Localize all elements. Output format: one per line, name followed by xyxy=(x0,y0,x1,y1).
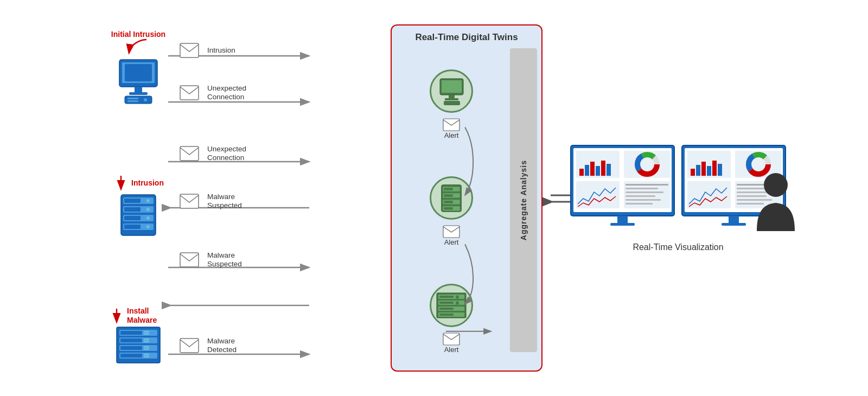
twin-circle-server xyxy=(430,176,473,220)
svg-rect-92 xyxy=(601,161,605,176)
twins-content: Alert xyxy=(396,48,537,364)
msg-intrusion: Intrusion xyxy=(179,43,251,58)
alert-2-text: Alert xyxy=(444,238,459,246)
aggregate-analysis-bar: Aggregate Analysis xyxy=(510,48,537,352)
svg-rect-90 xyxy=(590,162,595,176)
svg-rect-4 xyxy=(129,92,148,95)
svg-point-8 xyxy=(144,98,147,101)
svg-rect-129 xyxy=(737,199,772,201)
svg-rect-102 xyxy=(626,188,658,189)
svg-rect-132 xyxy=(722,223,746,226)
svg-rect-46 xyxy=(180,43,199,58)
svg-point-21 xyxy=(146,225,150,228)
viz-monitor-1 xyxy=(570,144,675,236)
svg-rect-58 xyxy=(443,119,459,131)
msg-unexpected-conn-1: UnexpectedConnection xyxy=(179,84,251,101)
svg-rect-79 xyxy=(439,308,454,310)
svg-rect-25 xyxy=(144,331,149,333)
left-panel: Initial Intrusion xyxy=(108,19,391,377)
svg-rect-117 xyxy=(718,164,722,176)
svg-rect-131 xyxy=(729,216,739,223)
viz-screens xyxy=(570,144,787,236)
svg-rect-33 xyxy=(144,346,149,348)
alert-1-text: Alert xyxy=(444,131,459,139)
svg-rect-57 xyxy=(444,101,460,105)
svg-rect-81 xyxy=(439,314,454,316)
unexpected-conn-1-text: UnexpectedConnection xyxy=(207,84,251,101)
intrusion-label: Intrusion xyxy=(113,175,164,191)
svg-rect-20 xyxy=(124,225,141,229)
svg-rect-67 xyxy=(444,207,453,210)
svg-rect-105 xyxy=(626,199,661,201)
storage-device xyxy=(114,326,163,366)
desktop-device xyxy=(114,57,163,108)
svg-rect-82 xyxy=(443,333,459,345)
svg-rect-115 xyxy=(707,166,711,176)
twin-circle-desktop xyxy=(430,69,473,113)
svg-rect-32 xyxy=(120,346,142,350)
svg-rect-30 xyxy=(144,341,149,342)
svg-rect-68 xyxy=(443,226,459,238)
malware-detected-text: MalwareDetected xyxy=(207,337,251,354)
svg-rect-116 xyxy=(712,161,717,176)
msg-unexpected-conn-2: UnexpectedConnection xyxy=(179,145,251,162)
svg-rect-50 xyxy=(180,253,199,267)
malware-suspected-2-text: MalwareSuspected xyxy=(207,251,251,269)
svg-point-18 xyxy=(146,216,150,220)
svg-rect-106 xyxy=(626,203,653,205)
svg-rect-11 xyxy=(124,199,141,203)
server-device xyxy=(117,192,160,240)
svg-rect-128 xyxy=(737,195,767,197)
svg-rect-49 xyxy=(180,194,199,208)
svg-rect-75 xyxy=(439,302,454,304)
main-container: Initial Intrusion xyxy=(0,0,868,396)
svg-rect-76 xyxy=(456,302,459,303)
svg-rect-5 xyxy=(125,96,152,104)
svg-rect-93 xyxy=(607,164,611,176)
digital-twins-title: Real-Time Digital Twins xyxy=(415,32,518,43)
svg-rect-73 xyxy=(456,297,459,298)
svg-rect-88 xyxy=(579,169,584,176)
svg-rect-36 xyxy=(120,354,142,357)
msg-malware-detected: MalwareDetected xyxy=(179,337,251,354)
visualization-section: Real-Time Visualization xyxy=(597,144,760,252)
svg-rect-6 xyxy=(127,98,138,99)
svg-rect-72 xyxy=(456,296,459,297)
svg-point-12 xyxy=(146,199,150,202)
twin-node-desktop: Alert xyxy=(430,69,473,139)
svg-rect-54 xyxy=(442,80,462,93)
svg-rect-48 xyxy=(180,146,199,161)
svg-rect-29 xyxy=(144,338,149,340)
malware-suspected-1-text: MalwareSuspected xyxy=(207,193,251,210)
svg-point-15 xyxy=(146,208,150,211)
svg-rect-37 xyxy=(144,354,149,355)
intrusion-label-text: Intrusion xyxy=(207,46,251,55)
initial-intrusion-label: Initial Intrusion xyxy=(111,30,165,39)
svg-rect-103 xyxy=(626,191,663,193)
svg-rect-28 xyxy=(120,338,142,342)
alert-1: Alert xyxy=(443,115,460,139)
msg-malware-suspected-2: MalwareSuspected xyxy=(179,251,251,269)
svg-rect-107 xyxy=(617,216,628,223)
twin-node-server: Alert xyxy=(430,176,473,246)
twin-circle-storage xyxy=(430,284,473,327)
svg-rect-114 xyxy=(701,162,706,176)
install-malware-label: Install Malware xyxy=(108,306,168,325)
svg-rect-77 xyxy=(456,303,459,304)
svg-rect-2 xyxy=(125,64,152,81)
digital-twins-box: Real-Time Digital Twins xyxy=(391,24,542,372)
viz-monitor-2 xyxy=(681,144,787,236)
svg-rect-101 xyxy=(626,184,668,186)
aggregate-analysis-label: Aggregate Analysis xyxy=(519,160,528,240)
svg-rect-113 xyxy=(696,165,700,176)
svg-point-133 xyxy=(764,173,788,197)
svg-rect-71 xyxy=(439,296,454,298)
devices-column: Initial Intrusion xyxy=(108,19,168,377)
unexpected-conn-2-text: UnexpectedConnection xyxy=(207,145,251,162)
svg-rect-56 xyxy=(445,98,458,100)
alert-2: Alert xyxy=(443,222,460,246)
svg-rect-112 xyxy=(691,169,695,176)
viz-label: Real-Time Visualization xyxy=(633,242,723,252)
svg-rect-91 xyxy=(596,166,600,176)
messages-column: Intrusion UnexpectedConnection Unexpecte… xyxy=(168,19,391,377)
